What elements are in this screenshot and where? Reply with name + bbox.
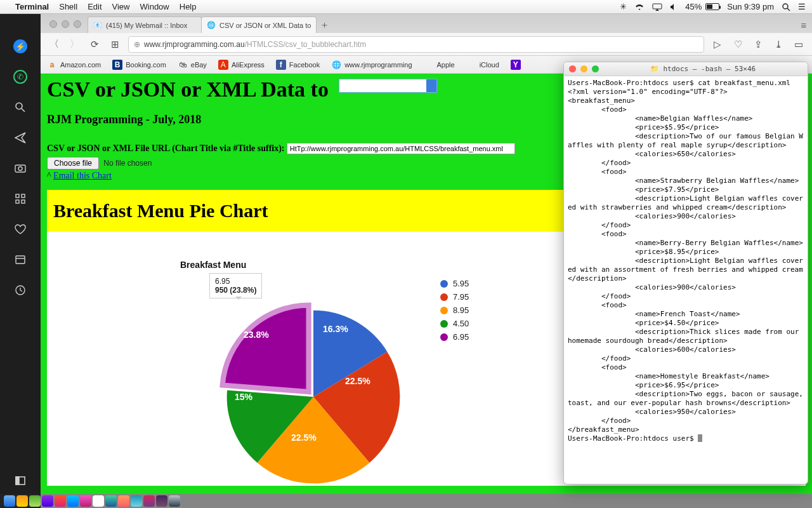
bookmark-item[interactable]: Y [511, 60, 521, 70]
spotlight-icon[interactable] [782, 3, 790, 11]
legend-swatch [440, 320, 448, 328]
apps-grid-icon[interactable] [13, 192, 27, 206]
pie-slice[interactable] [223, 305, 309, 392]
dock-app-icon[interactable] [80, 495, 91, 507]
legend-item[interactable]: 6.95 [440, 332, 469, 342]
app-menu[interactable]: Terminal [15, 2, 49, 11]
menu-extras-icon[interactable]: ☰ [798, 2, 806, 11]
dock-app-icon[interactable] [16, 495, 28, 507]
bookmark-item[interactable]: BBooking.com [112, 60, 166, 70]
slice-pct-label: 16.3% [323, 324, 348, 334]
bookmark-item[interactable]: 🛍eBay [178, 60, 207, 70]
choose-file-button[interactable]: Choose file [47, 157, 99, 170]
tab-overflow-icon[interactable]: ≡ [796, 17, 812, 33]
legend-swatch [440, 333, 448, 341]
legend-item[interactable]: 4.50 [440, 319, 469, 328]
tab-label: (415) My Webmail :: Inbox [106, 22, 196, 29]
window-close-icon[interactable] [569, 65, 576, 72]
volume-icon[interactable] [670, 3, 678, 11]
menu-edit[interactable]: Edit [88, 2, 102, 11]
dock-app-icon[interactable] [4, 495, 15, 507]
bookmark-label: Amazon.com [60, 61, 101, 69]
bookmark-item[interactable]: aAmazon.com [47, 60, 101, 70]
email-chart-link[interactable]: Email this Chart [53, 171, 112, 180]
nav-back-button[interactable]: 〈 [47, 37, 61, 51]
bookmark-item[interactable]: 🌐www.rjmprogramming [331, 60, 412, 70]
file-url-input[interactable] [287, 143, 515, 154]
svg-rect-8 [22, 194, 25, 197]
dock-app-icon[interactable] [105, 495, 117, 507]
legend-item[interactable]: 7.95 [440, 292, 469, 302]
dock-app-icon[interactable] [67, 495, 79, 507]
dock-app-icon[interactable] [156, 495, 167, 507]
downloads-icon[interactable]: ⤓ [771, 37, 785, 51]
chart-type-select[interactable] [339, 79, 437, 93]
browser-tab[interactable]: 📧 (415) My Webmail :: Inbox [88, 17, 202, 33]
browser-tab[interactable]: 🌐 CSV or JSON or XML Data to [201, 17, 317, 33]
bookmark-item[interactable]: Apple [424, 60, 455, 70]
menu-view[interactable]: View [112, 2, 130, 11]
tab-strip: 📧 (415) My Webmail :: Inbox 🌐 CSV or JSO… [41, 14, 812, 33]
bookmark-label: Apple [437, 61, 455, 69]
legend-label: 4.50 [453, 319, 469, 328]
legend-label: 5.95 [453, 279, 469, 288]
dock-app-icon[interactable] [131, 495, 142, 507]
battery-status[interactable]: 45% [685, 2, 719, 11]
reload-button[interactable]: ⟳ [88, 37, 102, 51]
dock-app-icon[interactable] [93, 495, 104, 507]
send-page-icon[interactable]: ▷ [710, 37, 724, 51]
camera-icon[interactable] [13, 161, 27, 175]
menu-shell[interactable]: Shell [59, 2, 77, 11]
window-minimize-icon[interactable] [62, 20, 69, 28]
terminal-output[interactable]: Users-MacBook-Pro:htdocs user$ cat break… [564, 76, 808, 446]
top-sites-button[interactable]: ⊞ [108, 37, 122, 51]
share-icon[interactable]: ⇪ [751, 37, 765, 51]
legend-item[interactable]: 8.95 [440, 305, 469, 315]
dock-app-icon[interactable] [29, 495, 41, 507]
heart-icon[interactable] [13, 222, 27, 236]
clock[interactable]: Sun 9:39 pm [727, 2, 774, 11]
dock-app-icon[interactable] [143, 495, 155, 507]
collapse-icon[interactable] [13, 474, 27, 488]
menu-window[interactable]: Window [140, 2, 169, 11]
terminal-window[interactable]: 📁 htdocs — -bash — 53×46 Users-MacBook-P… [563, 62, 808, 485]
window-zoom-icon[interactable] [592, 65, 599, 72]
app-side-strip: ⚡ ✆ [0, 14, 41, 508]
bookmark-item[interactable]: fFacebook [276, 60, 320, 70]
airplay-icon[interactable] [652, 3, 662, 11]
bookmark-label: AliExpress [232, 61, 265, 69]
menu-help[interactable]: Help [180, 2, 197, 11]
terminal-titlebar[interactable]: 📁 htdocs — -bash — 53×46 [564, 62, 808, 76]
favorite-icon[interactable]: ♡ [731, 37, 745, 51]
bookmark-item[interactable]: iCloud [466, 60, 499, 70]
window-zoom-icon[interactable] [74, 20, 81, 28]
search-icon[interactable] [13, 100, 27, 114]
address-bar[interactable]: ⊕ www.rjmprogramming.com.au/HTMLCSS/csv_… [128, 36, 704, 53]
send-icon[interactable] [13, 131, 27, 145]
nav-forward-button[interactable]: 〉 [67, 37, 81, 51]
legend-swatch [440, 280, 448, 288]
messenger-icon[interactable]: ⚡ [13, 39, 27, 53]
page-title: CSV or JSON or XML Data to [47, 77, 334, 101]
legend-label: 8.95 [453, 305, 469, 315]
library-icon[interactable] [13, 253, 27, 267]
site-info-icon[interactable]: ⊕ [134, 40, 140, 49]
new-tab-button[interactable]: ＋ [316, 17, 332, 33]
window-minimize-icon[interactable] [580, 65, 587, 72]
whatsapp-icon[interactable]: ✆ [13, 70, 27, 84]
dock-app-icon[interactable] [118, 495, 129, 507]
wifi-icon[interactable] [634, 3, 645, 11]
history-icon[interactable] [13, 283, 27, 297]
macos-dock[interactable] [0, 494, 812, 508]
dock-app-icon[interactable] [42, 495, 53, 507]
dock-app-icon[interactable] [169, 495, 180, 507]
slice-pct-label: 22.5% [291, 432, 317, 443]
tabs-icon[interactable]: ▭ [792, 37, 806, 51]
status-icon[interactable]: ✳ [620, 2, 627, 11]
window-close-icon[interactable] [49, 20, 57, 28]
dock-app-icon[interactable] [55, 495, 66, 507]
bookmark-item[interactable]: AAliExpress [218, 60, 265, 70]
legend-item[interactable]: 5.95 [440, 279, 469, 288]
site-icon: 🌐 [331, 60, 341, 70]
tab-favicon: 🌐 [207, 21, 216, 29]
